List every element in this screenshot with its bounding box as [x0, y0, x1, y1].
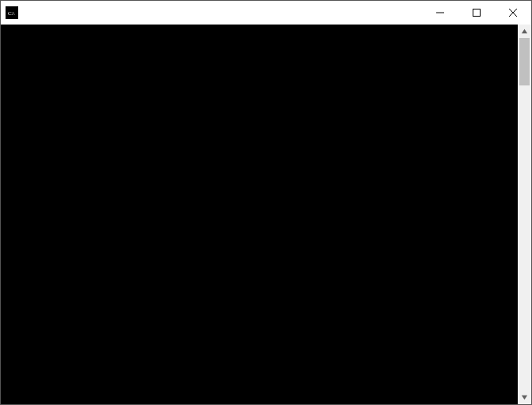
- maximize-button[interactable]: [458, 1, 495, 25]
- scroll-down-button[interactable]: [518, 391, 531, 404]
- svg-rect-2: [473, 9, 481, 17]
- terminal-output[interactable]: [1, 25, 518, 404]
- cmd-icon: C:\: [6, 6, 18, 19]
- svg-text:C:\: C:\: [8, 10, 15, 17]
- vertical-scrollbar[interactable]: [518, 25, 531, 404]
- scrollbar-track[interactable]: [518, 38, 531, 391]
- close-button[interactable]: [495, 1, 531, 25]
- scrollbar-thumb[interactable]: [519, 38, 530, 85]
- svg-marker-5: [522, 29, 527, 33]
- command-prompt-window: C:\: [0, 0, 532, 405]
- svg-marker-6: [522, 396, 527, 399]
- client-area: [1, 25, 531, 404]
- minimize-button[interactable]: [422, 1, 458, 25]
- scroll-up-button[interactable]: [518, 25, 531, 38]
- titlebar[interactable]: C:\: [1, 1, 531, 25]
